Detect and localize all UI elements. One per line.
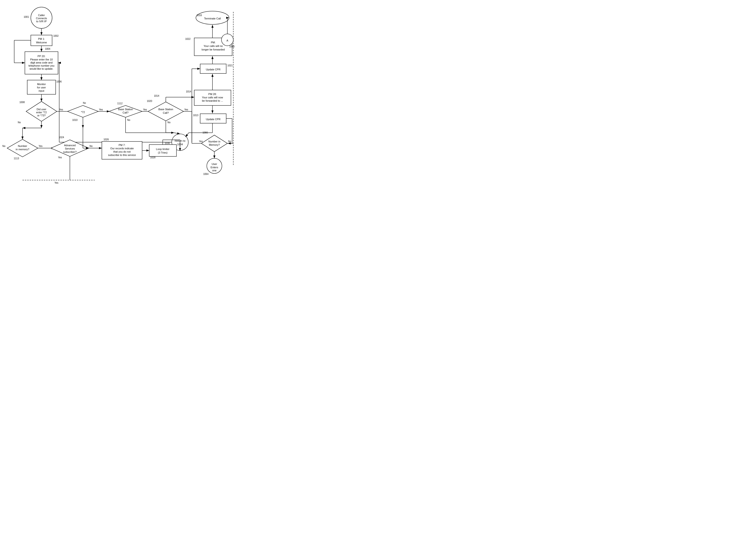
svg-text:1112: 1112: [117, 102, 123, 105]
svg-text:1090: 1090: [229, 45, 235, 48]
svg-text:for user: for user: [37, 86, 46, 89]
svg-text:User: User: [212, 163, 217, 165]
svg-text:Yes: Yes: [199, 140, 203, 143]
svg-text:Did user: Did user: [37, 108, 46, 111]
svg-text:or *73?: or *73?: [37, 114, 45, 117]
svg-text:A: A: [227, 39, 228, 42]
svg-text:(3 Tries): (3 Tries): [158, 151, 168, 154]
svg-text:Loop limiter: Loop limiter: [156, 148, 170, 150]
svg-text:Yes: Yes: [99, 108, 103, 111]
svg-text:1013: 1013: [193, 114, 199, 117]
svg-text:Yes: Yes: [55, 182, 58, 184]
svg-text:Number: Number: [18, 145, 27, 147]
arrow-no-return: [174, 133, 180, 134]
svg-text:Services: Services: [65, 147, 75, 150]
svg-text:in memory?: in memory?: [16, 148, 29, 151]
svg-text:Yes: Yes: [143, 108, 147, 111]
svg-text:digit area code and: digit area code and: [30, 61, 53, 64]
svg-text:1002: 1002: [53, 35, 59, 37]
svg-text:1020: 1020: [147, 100, 152, 102]
svg-text:one: one: [212, 169, 217, 172]
svg-text:enter *72: enter *72: [36, 111, 47, 114]
svg-text:No: No: [90, 145, 93, 147]
svg-text:1030: 1030: [165, 142, 170, 145]
svg-text:1014: 1014: [186, 90, 191, 93]
svg-text:No: No: [2, 145, 5, 147]
svg-text:1021: 1021: [227, 64, 233, 67]
svg-text:1113: 1113: [14, 157, 19, 160]
svg-text:1064: 1064: [203, 173, 209, 175]
svg-text:PP 20:: PP 20:: [38, 55, 45, 58]
svg-text:Enters: Enters: [211, 166, 218, 169]
svg-text:1022: 1022: [185, 38, 191, 40]
svg-text:Yes: Yes: [184, 108, 188, 111]
svg-text:Number in: Number in: [209, 140, 221, 143]
svg-text:PM 1:: PM 1:: [38, 37, 45, 40]
svg-text:No: No: [168, 121, 171, 124]
svg-text:be forwarded to ...: be forwarded to ...: [202, 99, 223, 102]
svg-text:1016: 1016: [197, 14, 202, 17]
svg-text:1014: 1014: [154, 95, 159, 97]
svg-text:No: No: [228, 140, 231, 143]
svg-text:Our records indicate: Our records indicate: [110, 147, 134, 150]
svg-text:1066: 1066: [203, 131, 208, 134]
svg-text:subscribe to this service: subscribe to this service: [108, 154, 136, 156]
svg-text:No: No: [127, 119, 130, 121]
svg-text:*72: *72: [81, 111, 85, 114]
svg-text:1004: 1004: [45, 48, 50, 50]
svg-text:1028: 1028: [150, 156, 156, 159]
svg-text:longer be forwarded: longer be forwarded: [202, 48, 225, 51]
svg-text:subscriber?: subscriber?: [63, 150, 77, 153]
svg-text:Terminate Call: Terminate Call: [204, 17, 221, 20]
svg-text:telephone number you: telephone number you: [28, 64, 54, 67]
node-1028: [149, 145, 177, 156]
svg-text:PM 7:: PM 7:: [119, 144, 126, 146]
svg-text:Memory?: Memory?: [209, 143, 220, 146]
svg-text:Base Station: Base Station: [118, 108, 133, 111]
svg-text:1008: 1008: [19, 101, 25, 104]
svg-text:1024: 1024: [59, 136, 64, 139]
node-1001-label: Caller: [38, 14, 45, 17]
svg-text:1026: 1026: [104, 138, 109, 141]
svg-text:Your calls will no: Your calls will no: [204, 45, 223, 47]
svg-text:Yes: Yes: [59, 108, 63, 111]
svg-text:Advanced: Advanced: [64, 144, 76, 147]
arrow-1013-return3: [186, 133, 189, 137]
svg-text:Yes: Yes: [58, 156, 62, 159]
svg-text:input: input: [39, 89, 44, 92]
svg-text:1001: 1001: [24, 16, 29, 18]
svg-text:PM 28:: PM 28:: [209, 93, 217, 96]
diagram-container: Caller Connects to IVR IP 1001 PM 1: Wel…: [0, 0, 237, 190]
svg-text:Update CPR: Update CPR: [206, 68, 221, 71]
svg-text:1010: 1010: [72, 119, 78, 121]
svg-text:Call?: Call?: [163, 111, 169, 114]
svg-text:Monitor: Monitor: [37, 83, 46, 86]
svg-text:Call?: Call?: [123, 111, 128, 114]
svg-text:Connects: Connects: [36, 17, 47, 20]
svg-text:No: No: [18, 121, 21, 124]
svg-text:No: No: [83, 102, 86, 104]
node-1002: [31, 35, 52, 46]
svg-text:Your calls will now: Your calls will now: [202, 96, 223, 99]
svg-text:Welcome: Welcome: [36, 41, 47, 44]
svg-text:PM:: PM:: [211, 41, 216, 44]
svg-text:Yes: Yes: [39, 145, 42, 147]
svg-text:that you do not: that you do not: [114, 150, 131, 153]
svg-text:Please enter the 10: Please enter the 10: [30, 58, 53, 61]
svg-text:Update CPR: Update CPR: [206, 118, 221, 121]
svg-text:would like to update.: would like to update.: [29, 67, 53, 70]
svg-text:to IVR IP: to IVR IP: [36, 20, 47, 23]
svg-text:Base Station: Base Station: [159, 108, 173, 111]
